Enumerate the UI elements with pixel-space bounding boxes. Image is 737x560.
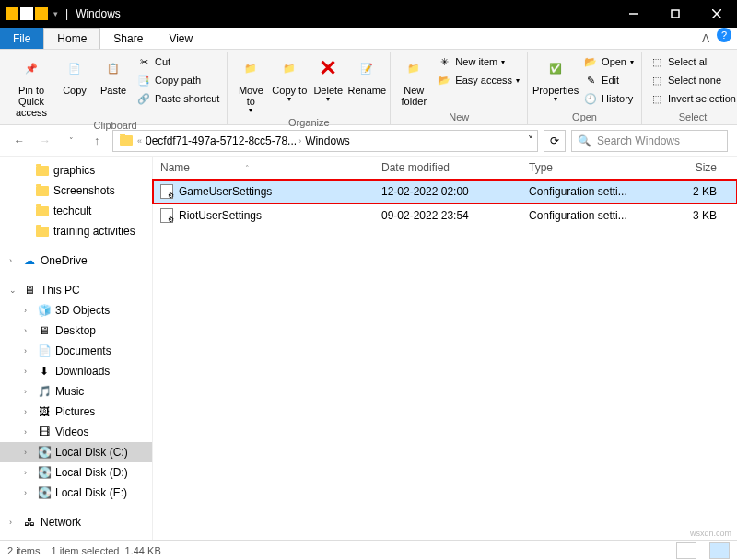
col-size[interactable]: Size [650,157,724,179]
tree-pictures[interactable]: ›🖼Pictures [0,402,152,422]
network-icon: 🖧 [22,515,37,530]
paste-icon: 📋 [99,53,128,83]
copy-button[interactable]: 📄Copy [55,52,94,98]
group-open: Open [532,111,638,124]
folder-icon [35,7,48,20]
music-icon: 🎵 [37,384,52,399]
refresh-button[interactable]: ⟳ [544,130,566,152]
back-button[interactable]: ← [9,131,29,151]
tree-this-pc[interactable]: ⌄🖥This PC [0,280,152,300]
new-folder-button[interactable]: 📁New folder [394,52,433,109]
paste-button[interactable]: 📋Paste [94,52,133,98]
properties-icon: ✅ [541,53,570,83]
pc-icon: 🖥 [22,283,37,298]
disk-icon: 💽 [37,465,52,480]
col-type[interactable]: Type [521,157,650,179]
new-item-button[interactable]: ✳New item ▾ [435,53,521,70]
tab-file[interactable]: File [0,28,43,49]
ribbon-tabs: File Home Share View ᐱ ? [0,28,737,50]
pin-quick-access-button[interactable]: 📌Pin to Quick access [7,52,55,120]
copy-to-button[interactable]: 📁Copy to▾ [270,52,309,106]
select-none-button[interactable]: ⬚Select none [648,72,737,88]
tree-training[interactable]: training activities [0,221,152,241]
qat-chevron[interactable]: ▾ [53,9,58,18]
tree-techcult[interactable]: techcult [0,201,152,221]
search-icon: 🔍 [578,134,591,147]
config-file-icon [160,208,173,223]
group-new: New [394,111,523,124]
folder-icon [119,134,134,148]
delete-button[interactable]: ✕Delete▾ [309,52,347,106]
search-input[interactable]: 🔍 Search Windows [571,130,728,152]
cut-button[interactable]: ✂Cut [135,53,221,70]
main: graphics Screenshots techcult training a… [0,157,737,540]
file-row[interactable]: GameUserSettings 12-02-2022 02:00 Config… [153,180,737,204]
tree-documents[interactable]: ›📄Documents [0,341,152,361]
paste-shortcut-button[interactable]: 🔗Paste shortcut [135,90,221,107]
up-button[interactable]: ↑ [87,131,107,151]
ribbon-chevron[interactable]: ᐱ [696,28,715,49]
details-view-button[interactable] [676,542,696,559]
pictures-icon: 🖼 [37,404,52,419]
maximize-button[interactable] [654,0,696,28]
tree-3d-objects[interactable]: ›🧊3D Objects [0,300,152,321]
tree-desktop[interactable]: ›🖥Desktop [0,321,152,341]
breadcrumb-dropdown[interactable]: ˅ [528,134,533,147]
tree-screenshots[interactable]: Screenshots [0,181,152,201]
tab-share[interactable]: Share [100,28,156,49]
status-bar: 2 items 1 item selected 1.44 KB [0,540,737,560]
col-date[interactable]: Date modified [374,157,521,179]
tree-onedrive[interactable]: ›☁OneDrive [0,251,152,271]
move-to-icon: 📁 [236,53,265,83]
minimize-button[interactable] [613,0,654,28]
window-title: Windows [76,7,613,20]
forward-button[interactable]: → [35,131,55,151]
breadcrumb[interactable]: « 0ecfdf71-497a-5712-8cc5-78... › Window… [112,130,538,152]
history-button[interactable]: 🕘History [581,90,636,107]
select-all-button[interactable]: ⬚Select all [648,53,737,70]
disk-icon: 💽 [37,485,52,500]
breadcrumb-part[interactable]: Windows [303,134,352,147]
copy-to-icon: 📁 [275,53,304,83]
easy-access-button[interactable]: 📂Easy access ▾ [435,72,521,88]
tree-music[interactable]: ›🎵Music [0,381,152,402]
group-organize: Organize [231,117,386,130]
nav-tree: graphics Screenshots techcult training a… [0,157,153,540]
documents-icon: 📄 [37,344,52,358]
status-items: 2 items [7,545,40,556]
properties-button[interactable]: ✅Properties▾ [532,52,579,106]
column-headers: Name˄ Date modified Type Size [153,157,737,180]
edit-button[interactable]: ✎Edit [581,72,636,88]
copy-path-button[interactable]: 📑Copy path [135,72,221,88]
tree-downloads[interactable]: ›⬇Downloads [0,361,152,381]
cut-icon: ✂ [136,54,151,69]
help-button[interactable]: ? [717,28,731,42]
tree-network[interactable]: ›🖧Network [0,512,152,532]
delete-icon: ✕ [313,53,343,83]
file-row[interactable]: RiotUserSettings 09-02-2022 23:54 Config… [153,204,737,228]
tab-view[interactable]: View [156,28,205,49]
onedrive-icon: ☁ [22,253,37,268]
tree-disk-d[interactable]: ›💽Local Disk (D:) [0,462,152,483]
open-button[interactable]: 📂Open ▾ [581,53,636,70]
move-to-button[interactable]: 📁Move to▾ [231,52,270,117]
tree-videos[interactable]: ›🎞Videos [0,422,152,442]
file-list: Name˄ Date modified Type Size GameUserSe… [153,157,737,540]
close-button[interactable] [696,0,737,28]
search-placeholder: Search Windows [597,134,680,147]
history-icon: 🕘 [583,91,598,106]
breadcrumb-part[interactable]: 0ecfdf71-497a-5712-8cc5-78... › [144,134,303,147]
rename-button[interactable]: 📝Rename [347,52,386,98]
select-all-icon: ⬚ [649,54,664,69]
easy-access-icon: 📂 [437,73,451,88]
new-item-icon: ✳ [437,54,451,69]
tab-home[interactable]: Home [43,28,100,49]
invert-selection-button[interactable]: ⬚Invert selection [648,90,737,107]
tree-disk-c[interactable]: ›💽Local Disk (C:) [0,442,152,462]
tree-disk-e[interactable]: ›💽Local Disk (E:) [0,483,152,503]
icons-view-button[interactable] [709,542,730,559]
recent-chevron[interactable]: ˅ [61,131,81,151]
tree-graphics[interactable]: graphics [0,160,152,181]
copy-path-icon: 📑 [136,73,151,88]
col-name[interactable]: Name˄ [153,157,374,179]
